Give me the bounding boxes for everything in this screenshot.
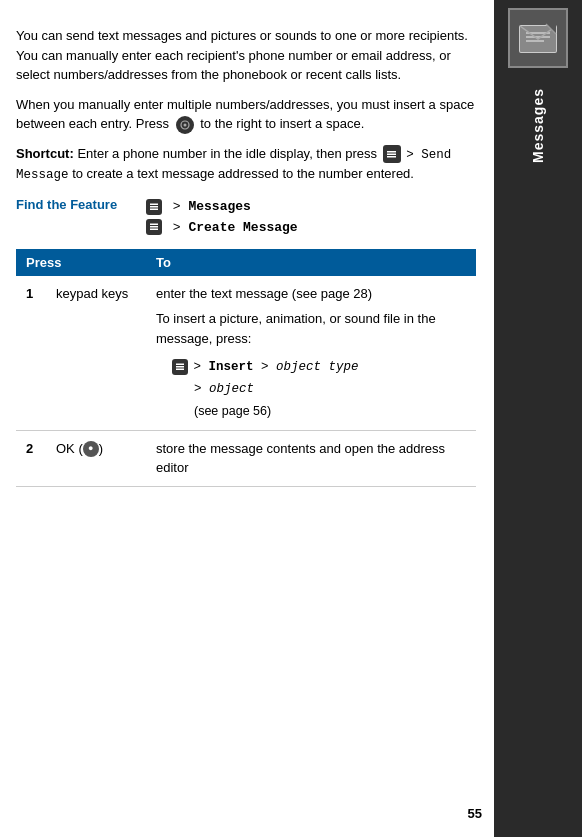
ff-arrow1: > [173,199,189,214]
svg-rect-14 [150,224,158,226]
menu-icon-nested [172,359,188,375]
ff-create-message: Create Message [188,220,297,235]
intro-paragraph1: You can send text messages and pictures … [16,26,476,85]
th-press: Press [16,249,146,276]
table-row: 2 OK (●) store the message contents and … [16,430,476,486]
row2-to: store the message contents and open the … [146,430,476,486]
nav-icon-inline [176,116,194,134]
shortcut-label: Shortcut: [16,146,74,161]
row2-ok-label: OK ( [56,441,83,456]
menu-icon-shortcut [383,145,401,163]
nested-text1: > Insert > object type [193,360,358,374]
row1-press: keypad keys [46,276,146,431]
find-feature-content: > Messages > Create Message [146,197,298,239]
main-table: Press To 1 keypad keys enter the text me… [16,249,476,487]
find-feature-section: Find the Feature > Messages > Create Mes… [16,197,476,239]
ff-messages: Messages [188,199,250,214]
sidebar: Messages [494,0,582,837]
row1-to-line2: To insert a picture, animation, or sound… [156,309,466,348]
th-to: To [146,249,476,276]
row1-to: enter the text message (see page 28) To … [146,276,476,431]
nested-text2: > object [194,382,254,396]
shortcut-paragraph: Shortcut: Enter a phone number in the id… [16,144,476,186]
find-feature-line2: > Create Message [146,218,298,239]
intro-paragraph2: When you manually enter multiple numbers… [16,95,476,134]
row2-num: 2 [16,430,46,486]
find-feature-row: Find the Feature > Messages > Create Mes… [16,197,476,239]
svg-rect-15 [150,226,158,228]
svg-point-7 [183,123,186,126]
nested-text3: (see page 56) [194,404,271,418]
svg-rect-19 [176,368,184,370]
row2-press: OK (●) [46,430,146,486]
ff-arrow2: > [173,220,189,235]
svg-rect-9 [387,153,396,155]
row2-ok-paren: ) [99,441,103,456]
row1-nested-menu: > Insert > object type > object (see pag… [172,356,466,422]
table-header-row: Press To [16,249,476,276]
page-number: 55 [468,806,482,821]
svg-rect-16 [150,229,158,231]
page-container: Messages You can send text messages and … [0,0,582,837]
messages-envelope-icon [508,8,568,68]
menu-icon-ff1 [146,199,162,215]
row1-to-line1: enter the text message (see page 28) [156,284,466,304]
sidebar-label: Messages [530,88,546,163]
svg-rect-11 [150,203,158,205]
find-feature-title: Find the Feature [16,197,136,212]
svg-rect-13 [150,208,158,210]
svg-rect-10 [387,156,396,158]
ok-circle-icon: ● [83,441,99,457]
find-feature-line1: > Messages [146,197,298,218]
svg-rect-12 [150,206,158,208]
table-row: 1 keypad keys enter the text message (se… [16,276,476,431]
svg-rect-17 [176,363,184,365]
row1-num: 1 [16,276,46,431]
svg-rect-18 [176,366,184,368]
menu-icon-ff2 [146,219,162,235]
svg-rect-8 [387,151,396,153]
content-area: You can send text messages and pictures … [0,16,492,497]
